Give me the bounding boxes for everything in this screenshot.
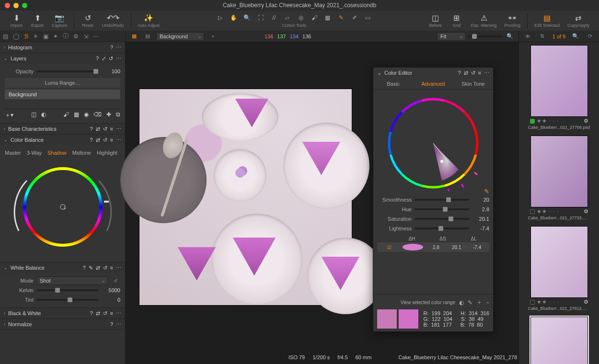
tab-master[interactable]: Master: [5, 150, 21, 156]
menu-icon[interactable]: ⋯: [116, 45, 121, 51]
thumbnail[interactable]: ★★ · · ·⚙ Cake_Blueberr...021_27708.psd: [522, 45, 596, 134]
cursor-straighten[interactable]: //: [268, 13, 280, 22]
tab-adjustments-icon[interactable]: ⚙: [73, 33, 79, 40]
light-value[interactable]: -7.4: [472, 226, 489, 231]
grid-button[interactable]: ⊞Grid: [446, 14, 467, 28]
reset-button[interactable]: ↺Reset: [77, 14, 98, 28]
export-button[interactable]: ⬆Export: [27, 14, 48, 28]
preset-icon[interactable]: ≡: [110, 137, 113, 143]
thumbnail[interactable]: ★★ · · ·⚙ Cake_Blueberr...2021_27812.psd: [522, 317, 596, 364]
tab-shadow[interactable]: Shadow: [47, 150, 67, 156]
menu-icon[interactable]: ⋯: [116, 137, 121, 143]
luma-range-button[interactable]: Luma Range…: [5, 78, 120, 88]
expand-icon[interactable]: ⤢: [102, 56, 106, 62]
kelvin-value[interactable]: 5000: [101, 287, 120, 293]
remove-range-icon[interactable]: −: [486, 299, 489, 306]
cursor-gradient[interactable]: ▦: [322, 13, 334, 22]
viewer-layer-select[interactable]: Background: [156, 32, 204, 41]
chevron-down-icon[interactable]: ⌄: [377, 70, 381, 76]
search-icon[interactable]: 🔍: [505, 32, 515, 41]
cursor-overlay[interactable]: ▭: [362, 13, 374, 22]
help-icon[interactable]: ?: [110, 45, 113, 51]
checkbox-icon[interactable]: ☑: [379, 245, 400, 250]
tab-library-icon[interactable]: ▤: [3, 33, 8, 40]
copy-icon[interactable]: ⇄: [96, 137, 100, 143]
tab-basic[interactable]: Basic: [373, 78, 413, 89]
cursor-loupe[interactable]: 🔍: [241, 13, 253, 22]
help-icon[interactable]: ?: [110, 321, 113, 328]
help-icon[interactable]: ?: [96, 56, 99, 62]
color-picker-icon[interactable]: ✎: [484, 188, 489, 195]
copy-icon[interactable]: ⇄: [96, 126, 100, 132]
hue-slider[interactable]: [415, 208, 469, 210]
invert-icon[interactable]: ◐: [41, 111, 46, 119]
cursor-brush[interactable]: 🖌: [308, 13, 321, 22]
brush-icon[interactable]: 🖌: [63, 111, 69, 119]
chevron-right-icon[interactable]: ›: [4, 322, 5, 327]
reset-icon[interactable]: ↺: [103, 265, 107, 271]
tab-lens-icon[interactable]: ◯: [13, 33, 19, 40]
help-icon[interactable]: ?: [90, 310, 92, 317]
tab-info-icon[interactable]: ⓘ: [63, 32, 69, 40]
help-icon[interactable]: ?: [90, 126, 92, 132]
close-window[interactable]: [5, 3, 10, 8]
gear-icon[interactable]: ⚙: [584, 118, 588, 124]
kelvin-slider[interactable]: [36, 289, 98, 291]
copy-icon[interactable]: ⇄: [96, 310, 100, 317]
add-range-icon[interactable]: ＋: [476, 298, 482, 307]
menu-icon[interactable]: ⋯: [116, 321, 121, 328]
chevron-down-icon[interactable]: ⌄: [4, 137, 8, 142]
reset-icon[interactable]: ↺: [103, 137, 107, 143]
add-icon[interactable]: ＋: [208, 32, 218, 41]
help-icon[interactable]: ?: [82, 265, 85, 271]
search-icon[interactable]: 🔍: [571, 32, 580, 41]
tab-color-icon[interactable]: ℬ: [24, 33, 28, 40]
tab-midtone[interactable]: Midtone: [72, 150, 91, 156]
hue-value[interactable]: 2.8: [472, 206, 489, 212]
capture-button[interactable]: 📷Capture: [48, 14, 71, 28]
view-multi-icon[interactable]: ▤: [143, 32, 152, 41]
opacity-value[interactable]: 100: [101, 68, 120, 74]
menu-icon[interactable]: ⋯: [116, 265, 121, 271]
color-balance-wheel[interactable]: [5, 159, 120, 259]
tab-details-icon[interactable]: ▣: [43, 33, 48, 40]
undo-redo-button[interactable]: ↶↷Undo/Redo: [98, 14, 128, 28]
preset-icon[interactable]: ≡: [478, 70, 481, 76]
maximize-window[interactable]: [22, 3, 27, 8]
tab-batch-icon[interactable]: ⋯: [93, 33, 99, 40]
cursor-spot[interactable]: ◎: [295, 13, 307, 22]
mask-icon[interactable]: ◫: [31, 111, 36, 119]
menu-icon[interactable]: ⋯: [116, 56, 121, 62]
copy-icon[interactable]: ⇄: [96, 265, 100, 271]
reset-icon[interactable]: ↺: [109, 56, 113, 62]
color-wheel[interactable]: ✎: [377, 93, 489, 195]
import-button[interactable]: ⬇Import: [6, 14, 27, 28]
radial-icon[interactable]: ◉: [84, 111, 89, 119]
copy-apply-button[interactable]: ⇄Copy/Apply: [564, 14, 593, 28]
tab-exposure-icon[interactable]: ☀: [33, 33, 38, 40]
zoom-slider[interactable]: [469, 35, 502, 37]
preset-icon[interactable]: ≡: [110, 310, 113, 317]
zoom-select[interactable]: Fit: [437, 32, 466, 41]
gear-icon[interactable]: ⚙: [584, 299, 588, 305]
cursor-eraser[interactable]: ✎: [335, 13, 347, 22]
clone-icon[interactable]: ⧉: [116, 111, 120, 119]
exposure-warning-button[interactable]: ⚠Exp. Warning: [467, 14, 501, 28]
opacity-slider[interactable]: [36, 70, 98, 72]
cursor-hand[interactable]: ✋: [228, 13, 240, 22]
auto-adjust-button[interactable]: ✨Auto Adjust: [134, 14, 164, 28]
view-single-icon[interactable]: ▦: [129, 32, 139, 41]
thumbnail[interactable]: ★★ · · ·⚙ Cake_Blueberr...021_27733.NEF: [522, 136, 596, 224]
tab-skintone[interactable]: Skin Tone: [453, 78, 493, 89]
lightness-slider[interactable]: [415, 228, 469, 229]
preset-icon[interactable]: ≡: [110, 265, 113, 271]
cursor-keystone[interactable]: ▱: [281, 13, 294, 22]
add-layer-icon[interactable]: ＋▾: [5, 111, 13, 119]
menu-icon[interactable]: ⋯: [116, 126, 121, 132]
chevron-right-icon[interactable]: ›: [4, 311, 5, 316]
edit-selected-button[interactable]: ▤Edit Selected: [530, 14, 564, 28]
visibility-icon[interactable]: 👁: [523, 32, 532, 41]
tab-output-icon[interactable]: ⇲: [83, 33, 88, 40]
gear-icon[interactable]: ⚙: [584, 208, 588, 215]
chevron-right-icon[interactable]: ›: [4, 45, 5, 50]
